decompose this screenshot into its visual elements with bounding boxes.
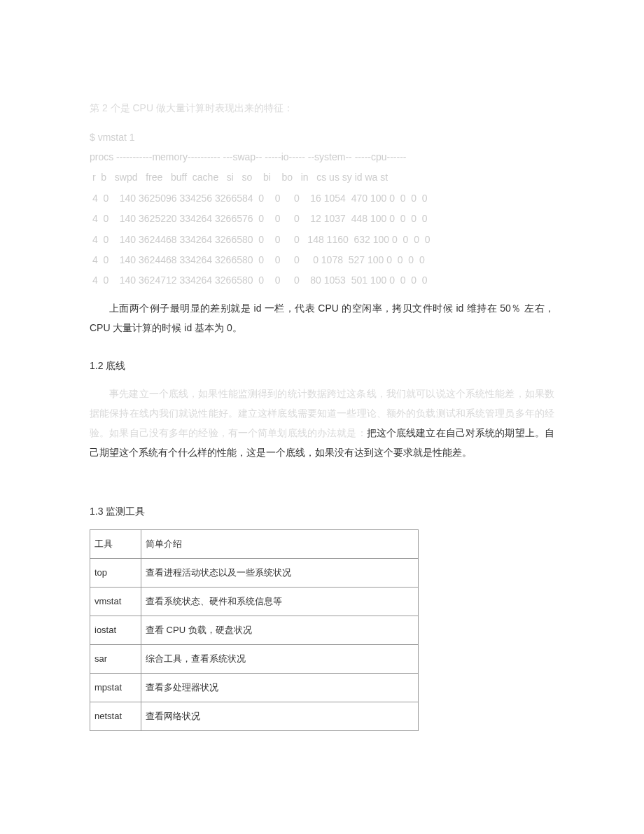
command-line: $ vmstat 1 <box>90 127 554 147</box>
tool-name: vmstat <box>90 587 141 616</box>
tool-name: mpstat <box>90 673 141 702</box>
vmstat-row: 4 0 140 3625220 334264 3266576 0 0 0 12 … <box>90 209 554 229</box>
table-header-tool: 工具 <box>90 529 141 558</box>
vmstat-row: 4 0 140 3625096 334256 3266584 0 0 0 16 … <box>90 188 554 209</box>
vmstat-header1: procs -----------memory---------- ---swa… <box>90 147 554 167</box>
document-page: 第 2 个是 CPU 做大量计算时表现出来的特征： $ vmstat 1 pro… <box>0 0 644 834</box>
tool-desc: 查看 CPU 负载，硬盘状况 <box>141 616 419 644</box>
table-row: mpstat查看多处理器状况 <box>90 673 419 702</box>
analysis-paragraph: 上面两个例子最明显的差别就是 id 一栏，代表 CPU 的空闲率，拷贝文件时候 … <box>90 298 554 338</box>
vmstat-row: 4 0 140 3624468 334264 3266580 0 0 0 0 1… <box>90 250 554 270</box>
tool-desc: 查看多处理器状况 <box>141 673 419 702</box>
table-row: vmstat查看系统状态、硬件和系统信息等 <box>90 587 419 616</box>
vmstat-header2: r b swpd free buff cache si so bi bo in … <box>90 167 554 188</box>
tool-name: netstat <box>90 702 141 730</box>
tool-name: iostat <box>90 616 141 644</box>
tool-desc: 查看进程活动状态以及一些系统状况 <box>141 558 419 587</box>
table-row: sar综合工具，查看系统状况 <box>90 644 419 673</box>
section-1-3-title: 1.3 监测工具 <box>90 501 554 521</box>
tool-desc: 查看网络状况 <box>141 702 419 730</box>
tool-name: top <box>90 558 141 587</box>
table-row: top查看进程活动状态以及一些系统状况 <box>90 558 419 587</box>
table-header-desc: 简单介绍 <box>141 529 419 558</box>
tool-name: sar <box>90 644 141 673</box>
vmstat-block: $ vmstat 1 procs -----------memory------… <box>90 127 554 291</box>
tools-table: 工具 简单介绍 top查看进程活动状态以及一些系统状况 vmstat查看系统状态… <box>90 529 419 731</box>
vmstat-row: 4 0 140 3624712 334264 3266580 0 0 0 80 … <box>90 270 554 291</box>
tool-desc: 查看系统状态、硬件和系统信息等 <box>141 587 419 616</box>
vmstat-row: 4 0 140 3624468 334264 3266580 0 0 0 148… <box>90 230 554 250</box>
intro-line: 第 2 个是 CPU 做大量计算时表现出来的特征： <box>90 98 554 118</box>
tool-desc: 综合工具，查看系统状况 <box>141 644 419 673</box>
table-row: 工具 简单介绍 <box>90 529 419 558</box>
section-1-2-title: 1.2 底线 <box>90 356 554 375</box>
table-row: netstat查看网络状况 <box>90 702 419 730</box>
table-row: iostat查看 CPU 负载，硬盘状况 <box>90 616 419 644</box>
baseline-paragraph: 事先建立一个底线，如果性能监测得到的统计数据跨过这条线，我们就可以说这个系统性能… <box>90 384 554 462</box>
